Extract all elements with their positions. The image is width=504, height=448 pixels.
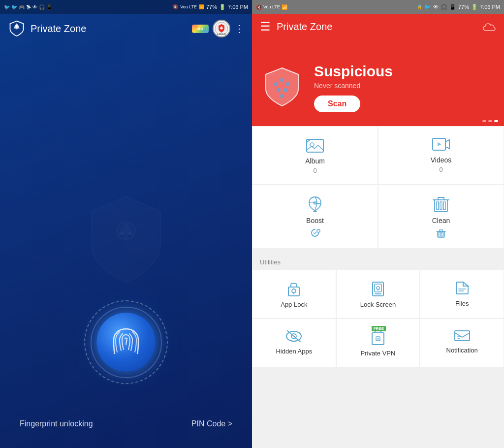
scan-button[interactable]: Scan: [314, 96, 360, 112]
svg-point-4: [128, 232, 131, 235]
videos-item[interactable]: Videos 0: [378, 126, 504, 185]
right-panel: 🔇Vou LTE📶 🔒🐦👁🎧📱 77% 🔋 7:06 PM ☰ Private …: [252, 0, 504, 448]
scan-info: Suspicious Never scanned Scan: [314, 63, 496, 112]
clean-sub-icon: [436, 228, 446, 238]
album-item[interactable]: Album 0: [252, 126, 378, 185]
svg-point-5: [274, 82, 278, 86]
svg-rect-19: [440, 202, 442, 210]
left-panel: 🐦🐦🎮📡👁🎧📱 🔇 Vou LTE 📶 77% 🔋 7:06 PM Privat…: [0, 0, 252, 448]
svg-point-8: [277, 88, 281, 92]
ad-badge: AD: [192, 25, 209, 33]
right-content: Album 0 Videos 0: [252, 126, 504, 448]
svg-point-16: [317, 229, 320, 232]
svg-rect-11: [307, 139, 323, 152]
dot-active: [494, 120, 498, 122]
shield-logo-icon: [8, 20, 26, 37]
videos-label: Videos: [431, 156, 452, 164]
notification-icon: [454, 329, 471, 343]
hidden-apps-label: Hidden Apps: [276, 348, 312, 355]
lock-screen-icon: [371, 280, 385, 297]
svg-rect-20: [443, 202, 445, 210]
files-label: Files: [455, 300, 469, 307]
svg-rect-24: [442, 232, 443, 236]
right-status-right: 🔒🐦👁🎧📱 77% 🔋 7:06 PM: [417, 4, 500, 10]
left-status-right: 🔇 Vou LTE 📶 77% 🔋 7:06 PM: [173, 4, 248, 10]
hamburger-icon[interactable]: ☰: [260, 20, 271, 33]
left-header-icons: AD LOGO ⋮: [192, 20, 244, 37]
right-battery: 77%: [458, 4, 469, 10]
svg-point-9: [284, 88, 287, 92]
svg-point-35: [377, 338, 379, 340]
lock-screen-item[interactable]: Lock Screen: [336, 270, 420, 319]
left-app-title: Private Zone: [31, 23, 187, 34]
svg-rect-18: [437, 202, 439, 210]
dot-2: [488, 120, 492, 122]
left-header: Private Zone AD LOGO ⋮: [0, 14, 252, 43]
scan-section: Suspicious Never scanned Scan: [252, 39, 504, 122]
right-status-icons: 🔇Vou LTE📶: [256, 4, 287, 10]
menu-icon[interactable]: ⋮: [234, 23, 244, 34]
boost-icon: [306, 195, 324, 213]
private-vpn-item[interactable]: FREE Private VPN: [336, 319, 420, 367]
boost-item[interactable]: Boost: [252, 185, 378, 249]
left-body: Fingerprint unlocking PIN Code >: [0, 43, 252, 448]
files-icon: [454, 280, 470, 296]
svg-point-0: [15, 25, 18, 28]
right-red-header: ☰ Private Zone: [252, 14, 504, 126]
files-item[interactable]: Files: [420, 270, 504, 319]
utilities-card: App Lock Lock Screen: [252, 270, 504, 367]
shield-scan-icon: [260, 65, 304, 110]
left-battery: 77%: [206, 4, 217, 10]
app-lock-icon: [286, 280, 301, 297]
scan-sub-text: Never scanned: [314, 82, 496, 90]
svg-point-10: [280, 94, 284, 98]
svg-rect-23: [441, 232, 442, 236]
dots-indicator: [482, 120, 498, 122]
fingerprint-mid-ring: [91, 307, 162, 378]
shield-scan-icon-container: [260, 65, 304, 110]
svg-rect-22: [439, 232, 440, 236]
fingerprint-inner-circle: [96, 313, 156, 372]
svg-point-6: [280, 78, 284, 82]
clean-label: Clean: [432, 217, 450, 224]
svg-rect-36: [455, 331, 470, 341]
private-vpn-label: Private VPN: [361, 350, 396, 357]
videos-count: 0: [439, 166, 442, 173]
app-lock-item[interactable]: App Lock: [252, 270, 336, 319]
right-time: 7:06 PM: [480, 4, 500, 10]
clean-icon: [433, 195, 449, 213]
boost-sub-icon: [310, 228, 320, 237]
svg-point-15: [313, 201, 317, 205]
pin-code-link[interactable]: PIN Code >: [191, 419, 232, 428]
videos-icon: [432, 136, 450, 152]
app-lock-label: App Lock: [281, 301, 307, 308]
fingerprint-label: Fingerprint unlocking: [20, 419, 93, 428]
notification-item[interactable]: Notification: [420, 319, 504, 367]
scan-status-text: Suspicious: [314, 63, 496, 80]
fingerprint-icon: [109, 325, 143, 359]
lock-screen-label: Lock Screen: [360, 301, 396, 308]
album-label: Album: [305, 157, 325, 165]
left-status-bar: 🐦🐦🎮📡👁🎧📱 🔇 Vou LTE 📶 77% 🔋 7:06 PM: [0, 0, 252, 14]
album-count: 0: [313, 167, 316, 174]
dot-1: [482, 120, 486, 122]
clean-item[interactable]: Clean: [378, 185, 504, 249]
utilities-section-label: Utilities: [252, 253, 504, 270]
left-status-icons: 🐦🐦🎮📡👁🎧📱: [4, 4, 52, 10]
album-icon: [306, 136, 324, 153]
cloud-icon[interactable]: [482, 21, 496, 32]
free-badge: FREE: [372, 326, 386, 331]
hidden-apps-icon: [285, 329, 302, 344]
fingerprint-container[interactable]: [84, 300, 168, 384]
svg-point-12: [310, 143, 314, 147]
main-grid-card: Album 0 Videos 0: [252, 126, 504, 249]
svg-rect-25: [288, 287, 299, 296]
svg-marker-14: [438, 142, 441, 146]
svg-point-3: [121, 232, 124, 235]
fingerprint-outer-ring: [84, 300, 168, 384]
svg-point-7: [286, 82, 290, 86]
right-status-bar: 🔇Vou LTE📶 🔒🐦👁🎧📱 77% 🔋 7:06 PM: [252, 0, 504, 14]
hidden-apps-item[interactable]: Hidden Apps: [252, 319, 336, 367]
left-bottom-bar: Fingerprint unlocking PIN Code >: [0, 419, 252, 428]
right-app-title: Private Zone: [277, 21, 482, 32]
